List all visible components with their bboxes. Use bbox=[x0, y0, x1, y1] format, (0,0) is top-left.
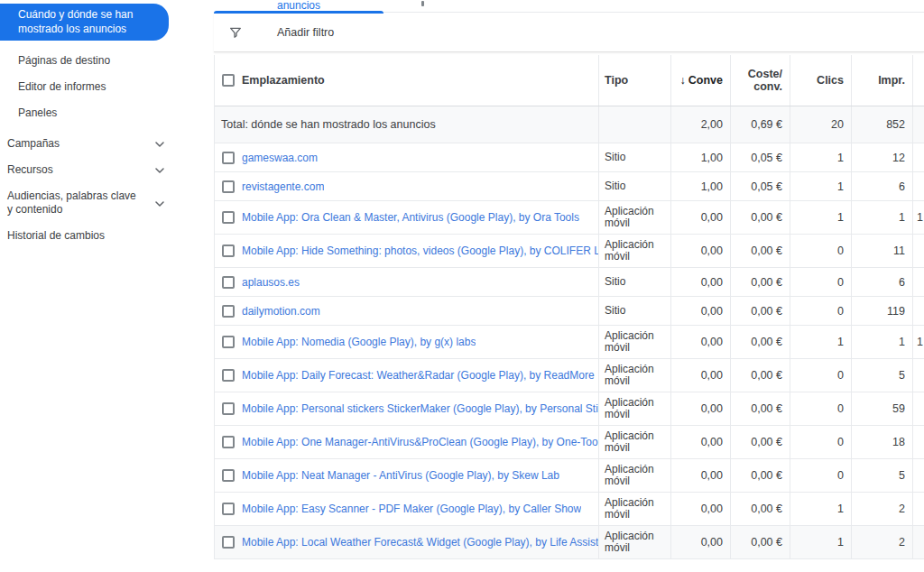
impressions-value: 5 bbox=[851, 459, 912, 492]
sidebar-sections: CampañasRecursosAudiencias, palabras cla… bbox=[0, 131, 200, 249]
sidebar-section-label: Recursos bbox=[7, 163, 53, 177]
clipped-column-cell: 1 bbox=[912, 326, 924, 358]
table-row: Mobile App: Personal stickers StickerMak… bbox=[215, 392, 924, 426]
impressions-value: 2 bbox=[851, 493, 912, 525]
select-all-checkbox[interactable] bbox=[222, 74, 235, 87]
header-emplazamiento: Emplazamiento bbox=[215, 55, 598, 106]
table-row: Mobile App: Easy Scanner - PDF Maker (Go… bbox=[215, 493, 924, 526]
placement-link[interactable]: aplausos.es bbox=[242, 276, 300, 289]
placement-link[interactable]: Mobile App: Ora Clean & Master, Antiviru… bbox=[242, 211, 579, 224]
placement-link[interactable]: Mobile App: Hide Something: photos, vide… bbox=[242, 244, 598, 257]
row-checkbox[interactable] bbox=[222, 536, 235, 549]
clipped-column-cell bbox=[912, 268, 924, 296]
placement-link[interactable]: Mobile App: Daily Forecast: Weather&Rada… bbox=[242, 369, 595, 382]
cost-per-conv-value: 0,00 € bbox=[730, 493, 790, 525]
placement-link[interactable]: Mobile App: Nomedia (Google Play), by g(… bbox=[242, 336, 476, 348]
sidebar-item-historial-de-cambios[interactable]: Historial de cambios bbox=[0, 223, 164, 249]
placement-link[interactable]: Mobile App: Neat Manager - AntiVirus (Go… bbox=[242, 469, 559, 482]
placement-link[interactable]: Mobile App: Local Weather Forecast& Widg… bbox=[242, 536, 598, 549]
impressions-value: 18 bbox=[851, 426, 912, 458]
header-tipo[interactable]: Tipo bbox=[598, 55, 670, 106]
table-row: Mobile App: Neat Manager - AntiVirus (Go… bbox=[215, 459, 924, 493]
placement-cell: dailymotion.com bbox=[215, 297, 598, 325]
placements-table: Emplazamiento Tipo ↓ Conve Coste/conv. C… bbox=[214, 55, 924, 559]
impressions-value: 12 bbox=[851, 143, 912, 171]
clipped-column-cell bbox=[912, 526, 924, 558]
cost-per-conv-value: 0,00 € bbox=[730, 359, 790, 392]
conversions-value: 0,00 bbox=[670, 392, 730, 425]
sidebar-item-recursos[interactable]: Recursos bbox=[0, 157, 164, 183]
sidebar-section-label: Campañas bbox=[7, 137, 60, 151]
placement-link[interactable]: dailymotion.com bbox=[242, 305, 320, 318]
row-checkbox[interactable] bbox=[222, 402, 235, 415]
sidebar-item-p-ginas-de-destino[interactable]: Páginas de destino bbox=[0, 48, 200, 74]
placement-link[interactable]: Mobile App: Personal stickers StickerMak… bbox=[242, 402, 598, 415]
placement-type: Aplicación móvil bbox=[598, 235, 670, 267]
placement-cell: Mobile App: Neat Manager - AntiVirus (Go… bbox=[215, 459, 598, 492]
row-checkbox[interactable] bbox=[222, 244, 235, 257]
sidebar-item-when-where-ads-shown-active[interactable]: Cuándo y dónde se han mostrado los anunc… bbox=[0, 4, 169, 41]
row-checkbox[interactable] bbox=[222, 305, 235, 318]
row-checkbox[interactable] bbox=[222, 211, 235, 224]
tab-partial-glyph[interactable] bbox=[421, 1, 424, 6]
placement-link[interactable]: Mobile App: Easy Scanner - PDF Maker (Go… bbox=[242, 503, 581, 515]
row-checkbox[interactable] bbox=[222, 152, 235, 164]
row-checkbox[interactable] bbox=[222, 436, 235, 448]
conversions-value: 0,00 bbox=[670, 493, 730, 525]
sidebar-section-label: Audiencias, palabras clave y contenido bbox=[7, 189, 144, 217]
placement-link[interactable]: Mobile App: One Manager-AntiVirus&ProCle… bbox=[242, 436, 598, 448]
total-tipo-cell bbox=[598, 106, 670, 143]
table-row: dailymotion.com Sitio 0,00 0,00 € 0 119 bbox=[215, 297, 924, 326]
header-conversions-label: Conve bbox=[688, 74, 723, 87]
placement-cell: Mobile App: Local Weather Forecast& Widg… bbox=[215, 526, 598, 558]
placement-cell: Mobile App: Hide Something: photos, vide… bbox=[215, 235, 598, 267]
sidebar-item-paneles[interactable]: Paneles bbox=[0, 100, 200, 126]
row-checkbox[interactable] bbox=[222, 180, 235, 193]
cost-per-conv-value: 0,00 € bbox=[730, 392, 790, 425]
placement-link[interactable]: gameswaa.com bbox=[242, 152, 318, 164]
conversions-value: 0,00 bbox=[670, 235, 730, 267]
clicks-value: 1 bbox=[790, 526, 851, 558]
placement-type: Aplicación móvil bbox=[598, 493, 670, 525]
header-conversions-sorted[interactable]: ↓ Conve bbox=[670, 55, 730, 106]
clicks-value: 1 bbox=[790, 493, 851, 525]
header-clipped-column bbox=[912, 55, 924, 106]
total-cost-per-conv: 0,69 € bbox=[730, 106, 790, 143]
total-row: Total: dónde se han mostrado los anuncio… bbox=[215, 106, 924, 143]
funnel-filter-icon bbox=[228, 25, 243, 40]
placement-link[interactable]: revistagente.com bbox=[242, 180, 324, 193]
placement-type: Aplicación móvil bbox=[598, 359, 670, 392]
conversions-value: 0,00 bbox=[670, 426, 730, 458]
impressions-value: 1 bbox=[851, 326, 912, 358]
table-row: Mobile App: Nomedia (Google Play), by g(… bbox=[215, 326, 924, 359]
placement-cell: aplausos.es bbox=[215, 268, 598, 296]
row-checkbox[interactable] bbox=[222, 276, 235, 289]
row-checkbox[interactable] bbox=[222, 336, 235, 348]
sidebar-item-audiencias-palabras-clave-y-contenido[interactable]: Audiencias, palabras clave y contenido bbox=[0, 183, 164, 223]
sidebar-item-editor-de-informes[interactable]: Editor de informes bbox=[0, 74, 200, 100]
clipped-column-cell bbox=[912, 392, 924, 425]
clicks-value: 0 bbox=[790, 268, 851, 296]
sidebar-item-campa-as[interactable]: Campañas bbox=[0, 131, 164, 157]
header-cost-per-conv[interactable]: Coste/conv. bbox=[730, 55, 790, 106]
table-row: Mobile App: One Manager-AntiVirus&ProCle… bbox=[215, 426, 924, 459]
add-filter-bar[interactable]: Añadir filtro bbox=[214, 13, 924, 52]
tab-bar: anuncios bbox=[214, 0, 924, 13]
header-impressions[interactable]: Impr. bbox=[851, 55, 912, 106]
clipped-column-cell bbox=[912, 143, 924, 171]
total-clipped-column bbox=[912, 106, 924, 143]
tab-anuncios-active[interactable]: anuncios bbox=[214, 0, 383, 13]
sidebar-subitems: Páginas de destinoEditor de informesPane… bbox=[0, 48, 200, 126]
conversions-value: 1,00 bbox=[670, 143, 730, 171]
header-tipo-label: Tipo bbox=[605, 75, 628, 87]
row-checkbox[interactable] bbox=[222, 503, 235, 515]
header-impressions-label: Impr. bbox=[878, 74, 905, 87]
header-clicks[interactable]: Clics bbox=[790, 55, 851, 106]
placement-cell: Mobile App: Personal stickers StickerMak… bbox=[215, 392, 598, 425]
table-row: Mobile App: Hide Something: photos, vide… bbox=[215, 235, 924, 268]
row-checkbox[interactable] bbox=[222, 469, 235, 482]
row-checkbox[interactable] bbox=[222, 369, 235, 382]
cost-per-conv-value: 0,00 € bbox=[730, 426, 790, 458]
clicks-value: 1 bbox=[790, 172, 851, 200]
conversions-value: 0,00 bbox=[670, 201, 730, 234]
